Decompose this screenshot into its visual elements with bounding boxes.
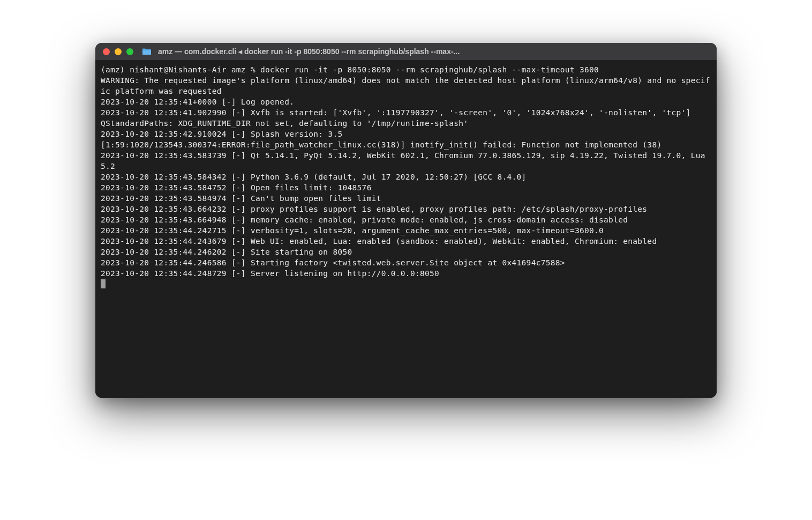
cursor: [101, 279, 106, 288]
title-bar[interactable]: amz — com.docker.cli ◂ docker run -it -p…: [95, 43, 717, 60]
close-button[interactable]: [103, 48, 110, 55]
output-line: 2023-10-20 12:35:44.246202 [-] Site star…: [101, 248, 352, 256]
output-line: 2023-10-20 12:35:42.910024 [-] Splash ve…: [101, 130, 343, 138]
minimize-button[interactable]: [115, 48, 122, 55]
terminal-body[interactable]: (amz) nishant@Nishants-Air amz % docker …: [95, 60, 717, 398]
output-line: WARNING: The requested image's platform …: [101, 76, 710, 95]
output-line: 2023-10-20 12:35:44.248729 [-] Server li…: [101, 269, 439, 278]
window-title: amz — com.docker.cli ◂ docker run -it -p…: [158, 47, 709, 56]
command: docker run -it -p 8050:8050 --rm scrapin…: [260, 65, 599, 74]
output-line: [1:59:1020/123543.300374:ERROR:file_path…: [101, 140, 661, 149]
traffic-lights: [103, 48, 133, 55]
output-line: 2023-10-20 12:35:41+0000 [-] Log opened.: [101, 98, 294, 106]
output-line: 2023-10-20 12:35:44.243679 [-] Web UI: e…: [101, 237, 657, 246]
folder-icon: [142, 48, 152, 55]
output-line: QStandardPaths: XDG_RUNTIME_DIR not set,…: [101, 119, 468, 128]
output-line: 2023-10-20 12:35:43.584974 [-] Can't bum…: [101, 194, 381, 203]
output-line: 2023-10-20 12:35:43.584752 [-] Open file…: [101, 183, 372, 192]
output-line: 2023-10-20 12:35:44.242715 [-] verbosity…: [101, 226, 604, 235]
terminal-content[interactable]: (amz) nishant@Nishants-Air amz % docker …: [101, 64, 711, 289]
output-line: 2023-10-20 12:35:43.584342 [-] Python 3.…: [101, 173, 527, 181]
maximize-button[interactable]: [126, 48, 133, 55]
prompt: (amz) nishant@Nishants-Air amz %: [101, 65, 260, 74]
terminal-window: amz — com.docker.cli ◂ docker run -it -p…: [95, 43, 717, 398]
output-line: 2023-10-20 12:35:44.246586 [-] Starting …: [101, 258, 565, 267]
output-line: 2023-10-20 12:35:43.664948 [-] memory ca…: [101, 216, 628, 224]
output-line: 2023-10-20 12:35:41.902990 [-] Xvfb is s…: [101, 108, 691, 117]
output-line: 2023-10-20 12:35:43.664232 [-] proxy pro…: [101, 205, 647, 213]
output-line: 2023-10-20 12:35:43.583739 [-] Qt 5.14.1…: [101, 151, 710, 170]
